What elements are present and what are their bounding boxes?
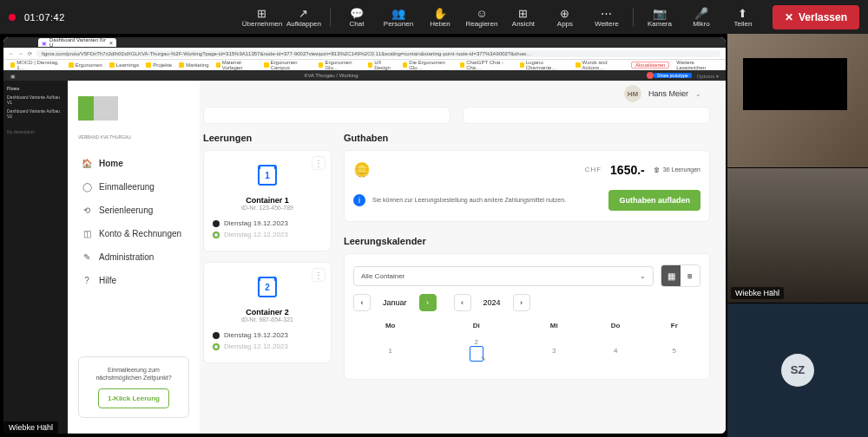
- bookmark[interactable]: Ergonomen: [69, 62, 102, 68]
- flow-item[interactable]: Dashboard Variante Aufbau V1: [7, 93, 64, 107]
- nav-single[interactable]: ◯Einmalleerung: [78, 175, 189, 199]
- browser-tab[interactable]: ▣ Dashboard Varianten für U ×: [38, 38, 116, 47]
- bookmark[interactable]: Learnings: [109, 62, 139, 68]
- back-icon[interactable]: ←: [9, 51, 14, 56]
- expand-icon: ↗: [299, 6, 308, 20]
- participant-video-3[interactable]: SZ: [727, 303, 868, 437]
- bookmark[interactable]: Lugano Charmante…: [520, 60, 569, 70]
- summary-card: [463, 107, 710, 124]
- chevron-down-icon[interactable]: ⌄: [695, 90, 701, 98]
- bookmark[interactable]: Words and Actions…: [575, 60, 624, 70]
- bookmark[interactable]: Die Ergonomen Glo…: [403, 60, 453, 70]
- next-month-button[interactable]: ›: [419, 294, 437, 311]
- react-button[interactable]: ☺Reagieren: [463, 6, 501, 28]
- bookmark[interactable]: Ergonomen Glo…: [319, 60, 361, 70]
- leave-icon: ✕: [785, 11, 793, 23]
- list-view-button[interactable]: ≡: [681, 265, 700, 286]
- single-icon: ◯: [82, 182, 92, 192]
- raise-hand-button[interactable]: ✋Heben: [421, 6, 459, 28]
- edit-icon[interactable]: ✎: [481, 355, 486, 362]
- bookmark[interactable]: Ergonomen Campus: [264, 60, 312, 70]
- bookmark[interactable]: MOCD | Dienstag, 1…: [10, 60, 62, 70]
- participant-initials: SZ: [781, 354, 814, 387]
- calendar-card: Alle Container⌄ ▦ ≡: [344, 253, 710, 380]
- figma-share-button[interactable]: Share prototype: [654, 73, 692, 78]
- nav-help[interactable]: ?Hilfe: [78, 269, 189, 292]
- calendar-day[interactable]: 3: [527, 335, 582, 367]
- promo-card: Einmalleerung zum nächstmöglichen Zeitpu…: [78, 356, 189, 418]
- leave-button[interactable]: ✕Verlassen: [773, 5, 859, 29]
- plus-icon: ⊕: [560, 6, 569, 20]
- figma-flows-panel: Flows Dashboard Variante Aufbau V1 Dashb…: [3, 81, 68, 434]
- takeover-button[interactable]: ⊞Übernehmen: [243, 6, 281, 28]
- bookmark[interactable]: Weitere Lesezeichen: [676, 60, 719, 70]
- close-icon[interactable]: ×: [109, 40, 113, 46]
- people-button[interactable]: 👥Personen: [379, 6, 418, 28]
- section-leerungen: Leerungen: [203, 133, 332, 143]
- home-icon: 🏠: [82, 159, 92, 168]
- grid-view-button[interactable]: ▦: [661, 265, 681, 286]
- camera-button[interactable]: 📷Kamera: [641, 6, 679, 28]
- nav-admin[interactable]: ✎Administration: [78, 245, 189, 269]
- calendar-day[interactable]: 4: [583, 335, 648, 367]
- mic-button[interactable]: 🎤Mikro: [682, 6, 720, 28]
- reload-icon[interactable]: ⟳: [28, 50, 32, 56]
- divider: [330, 8, 331, 27]
- prev-year-button[interactable]: ‹: [454, 294, 471, 311]
- section-guthaben: Guthaben: [344, 133, 710, 143]
- hand-icon: ✋: [433, 6, 447, 20]
- participant-name: Wiebke Hähl: [731, 287, 784, 299]
- topup-button[interactable]: Guthaben aufladen: [608, 190, 700, 211]
- admin-icon: ✎: [82, 252, 92, 262]
- leerungen-count: 🗑36 Leerungen: [654, 166, 700, 173]
- calendar-day[interactable]: 1: [355, 335, 425, 367]
- bookmark[interactable]: Projekte: [146, 62, 172, 68]
- container-card-1: ⋮ 1 Container 1 ID-Nr. 123-456-789 Diens…: [203, 150, 332, 251]
- bookmark[interactable]: UX Design: [368, 60, 396, 70]
- summary-card: [203, 107, 450, 124]
- card-menu-icon[interactable]: ⋮: [312, 268, 326, 282]
- forward-icon[interactable]: →: [18, 51, 23, 56]
- presenter-label: Wiebke Hähl: [3, 421, 58, 434]
- bookmark-refresh[interactable]: Aktualisieren: [631, 62, 669, 68]
- share-button[interactable]: ⬆Teilen: [724, 6, 762, 28]
- url-field[interactable]: figma.com/proto/V5FDnTh7z2dlh0DdXGLKVA-T…: [36, 50, 720, 57]
- bookmarks-bar: MOCD | Dienstag, 1… Ergonomen Learnings …: [3, 60, 726, 70]
- nav-home[interactable]: 🏠Home: [78, 152, 189, 175]
- calendar-day[interactable]: 5: [650, 335, 699, 367]
- card-menu-icon[interactable]: ⋮: [312, 156, 326, 170]
- browser-tabbar: ▣ Dashboard Varianten für U ×: [3, 37, 726, 48]
- bookmark[interactable]: Material-Vorlagen: [216, 60, 258, 70]
- flow-item[interactable]: Dashboard Variante Aufbau V2: [7, 107, 64, 121]
- user-avatar[interactable]: HM: [624, 85, 641, 102]
- figma-options-button[interactable]: Options ▾: [697, 73, 719, 79]
- status-dot-outline-icon: [213, 343, 220, 350]
- next-year-button[interactable]: ›: [513, 294, 530, 311]
- section-calendar: Leerungskalender: [344, 236, 710, 246]
- status-dot-filled-icon: [213, 332, 220, 339]
- one-click-button[interactable]: 1-Klick Leerung: [98, 388, 169, 408]
- figma-avatar-icon: [647, 72, 654, 79]
- nav-series[interactable]: ⟲Serienleerung: [78, 199, 189, 222]
- figma-menu-icon[interactable]: ▣: [10, 73, 16, 79]
- shared-browser-window: ▣ Dashboard Varianten für U × ← → ⟳ figm…: [3, 37, 726, 434]
- participant-video-1[interactable]: [727, 34, 868, 168]
- prev-month-button[interactable]: ‹: [353, 294, 371, 311]
- help-icon: ?: [82, 276, 92, 285]
- chat-icon: 💬: [350, 6, 364, 20]
- info-icon: i: [353, 194, 365, 206]
- participant-video-2[interactable]: Wiebke Hähl: [727, 168, 868, 303]
- chat-button[interactable]: 💬Chat: [338, 6, 376, 28]
- apps-button[interactable]: ⊕Apps: [546, 6, 584, 28]
- calendar-day[interactable]: 2✎: [427, 335, 525, 367]
- bookmark[interactable]: Marketing: [179, 62, 208, 68]
- coins-icon: 🪙: [353, 161, 371, 178]
- expand-button[interactable]: ↗Aufklappen: [285, 6, 323, 28]
- balance-card: 🪙 CHF 1650.- 🗑36 Leerungen i: [344, 150, 710, 222]
- more-button[interactable]: ⋯Weitere: [588, 6, 626, 28]
- user-name: Hans Meier: [648, 89, 688, 98]
- bookmark[interactable]: ChatGPT Chat - Cha…: [460, 60, 513, 70]
- view-button[interactable]: ⊞Ansicht: [504, 6, 542, 28]
- container-filter-select[interactable]: Alle Container⌄: [353, 266, 654, 286]
- nav-account[interactable]: ◫Konto & Rechnungen: [78, 222, 189, 245]
